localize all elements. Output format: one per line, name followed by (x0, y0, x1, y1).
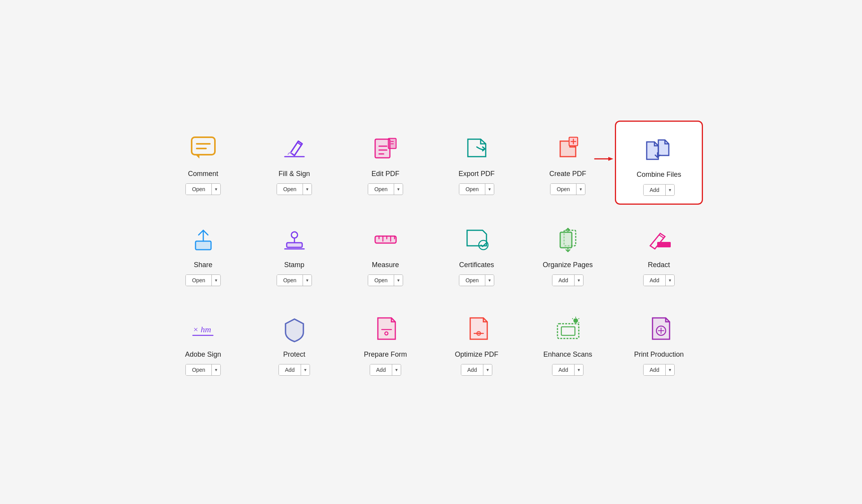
fill-sign-btn-dropdown[interactable]: ▾ (303, 184, 312, 194)
enhance-scans-btn-dropdown[interactable]: ▾ (575, 365, 583, 375)
print-production-btn-main[interactable]: Add (644, 364, 666, 375)
highlight-arrow (595, 155, 614, 164)
svg-text:× hm: × hm (193, 324, 211, 334)
share-btn-main[interactable]: Open (186, 275, 212, 286)
export-pdf-btn-dropdown[interactable]: ▾ (485, 184, 494, 194)
certificates-btn-dropdown[interactable]: ▾ (485, 275, 494, 285)
fill-sign-btn-group: Open▾ (277, 183, 312, 195)
fill-sign-label: Fill & Sign (279, 170, 310, 178)
certificates-btn-group: Open▾ (459, 274, 494, 286)
certificates-icon (461, 224, 492, 255)
comment-btn-dropdown[interactable]: ▾ (212, 184, 220, 194)
comment-btn-main[interactable]: Open (186, 184, 212, 195)
export-pdf-btn-main[interactable]: Open (459, 184, 485, 195)
share-label: Share (194, 261, 212, 269)
enhance-scans-btn-group: Add▾ (552, 364, 584, 376)
stamp-btn-main[interactable]: Open (277, 275, 303, 286)
tool-card-prepare-form: Prepare FormAdd▾ (342, 302, 429, 383)
create-pdf-icon (552, 133, 583, 164)
edit-pdf-btn-dropdown[interactable]: ▾ (394, 184, 403, 194)
protect-icon (279, 313, 310, 344)
enhance-scans-icon (552, 313, 583, 344)
redact-btn-main[interactable]: Add (644, 275, 666, 286)
redact-label: Redact (648, 261, 670, 269)
combine-files-icon (644, 133, 675, 164)
create-pdf-label: Create PDF (549, 170, 586, 178)
svg-marker-19 (608, 157, 613, 161)
combine-files-btn-group: Add▾ (643, 184, 675, 196)
adobe-sign-btn-main[interactable]: Open (186, 364, 212, 375)
combine-files-label: Combine Files (637, 171, 681, 179)
share-icon (188, 224, 219, 255)
create-pdf-btn-dropdown[interactable]: ▾ (576, 184, 585, 194)
export-pdf-icon (461, 133, 492, 164)
stamp-label: Stamp (284, 261, 304, 269)
tool-card-optimize-pdf: Optimize PDFAdd▾ (433, 302, 520, 383)
optimize-pdf-btn-main[interactable]: Add (461, 364, 484, 375)
organize-pages-label: Organize Pages (543, 261, 593, 269)
tool-card-protect: ProtectAdd▾ (251, 302, 338, 383)
tool-card-export-pdf: Export PDFOpen▾ (433, 121, 520, 204)
measure-icon (370, 224, 401, 255)
create-pdf-btn-group: Open▾ (550, 183, 585, 195)
tool-card-organize-pages: Organize PagesAdd▾ (524, 212, 611, 294)
print-production-btn-dropdown[interactable]: ▾ (666, 365, 674, 375)
organize-pages-btn-dropdown[interactable]: ▾ (575, 275, 583, 285)
svg-rect-48 (557, 324, 579, 338)
tool-card-certificates: CertificatesOpen▾ (433, 212, 520, 294)
organize-pages-icon (552, 224, 583, 255)
svg-rect-21 (196, 241, 211, 250)
tool-card-stamp: StampOpen▾ (251, 212, 338, 294)
edit-pdf-btn-group: Open▾ (368, 183, 403, 195)
redact-icon (644, 224, 675, 255)
svg-rect-49 (561, 327, 575, 335)
protect-btn-dropdown[interactable]: ▾ (301, 365, 310, 375)
print-production-icon (644, 313, 675, 344)
tool-card-measure: MeasureOpen▾ (342, 212, 429, 294)
redact-btn-group: Add▾ (643, 274, 675, 286)
svg-line-54 (572, 318, 573, 319)
share-btn-group: Open▾ (185, 274, 221, 286)
stamp-icon (279, 224, 310, 255)
tool-card-print-production: Print ProductionAdd▾ (615, 302, 703, 383)
protect-label: Protect (283, 350, 305, 359)
prepare-form-btn-dropdown[interactable]: ▾ (392, 365, 401, 375)
tool-card-comment: CommentOpen▾ (159, 121, 247, 204)
svg-point-24 (291, 232, 298, 238)
combine-files-btn-dropdown[interactable]: ▾ (666, 185, 674, 195)
optimize-pdf-icon (461, 313, 492, 344)
tool-card-adobe-sign: × hm Adobe SignOpen▾ (159, 302, 247, 383)
optimize-pdf-btn-group: Add▾ (461, 364, 493, 376)
create-pdf-btn-main[interactable]: Open (550, 184, 576, 195)
svg-rect-5 (375, 139, 390, 158)
measure-btn-main[interactable]: Open (368, 275, 394, 286)
tool-card-redact: RedactAdd▾ (615, 212, 703, 294)
stamp-btn-group: Open▾ (277, 274, 312, 286)
prepare-form-label: Prepare Form (364, 350, 407, 359)
organize-pages-btn-main[interactable]: Add (552, 275, 575, 286)
stamp-btn-dropdown[interactable]: ▾ (303, 275, 312, 285)
svg-line-52 (578, 318, 579, 319)
adobe-sign-btn-dropdown[interactable]: ▾ (212, 365, 220, 375)
optimize-pdf-btn-dropdown[interactable]: ▾ (483, 365, 492, 375)
share-btn-dropdown[interactable]: ▾ (212, 275, 220, 285)
comment-btn-group: Open▾ (185, 183, 221, 195)
enhance-scans-btn-main[interactable]: Add (552, 364, 575, 375)
tool-card-share: ShareOpen▾ (159, 212, 247, 294)
export-pdf-btn-group: Open▾ (459, 183, 494, 195)
print-production-label: Print Production (634, 350, 684, 359)
prepare-form-btn-main[interactable]: Add (370, 364, 393, 375)
protect-btn-main[interactable]: Add (279, 364, 301, 375)
redact-btn-dropdown[interactable]: ▾ (666, 275, 674, 285)
combine-files-btn-main[interactable]: Add (644, 185, 666, 195)
edit-pdf-btn-main[interactable]: Open (368, 184, 394, 195)
adobe-sign-icon: × hm (188, 313, 219, 344)
fill-sign-btn-main[interactable]: Open (277, 184, 303, 195)
certificates-btn-main[interactable]: Open (459, 275, 485, 286)
prepare-form-icon (370, 313, 401, 344)
edit-pdf-icon (370, 133, 401, 164)
measure-btn-dropdown[interactable]: ▾ (394, 275, 403, 285)
measure-btn-group: Open▾ (368, 274, 403, 286)
tool-card-combine-files: Combine FilesAdd▾ (615, 121, 703, 204)
svg-marker-3 (196, 155, 199, 159)
